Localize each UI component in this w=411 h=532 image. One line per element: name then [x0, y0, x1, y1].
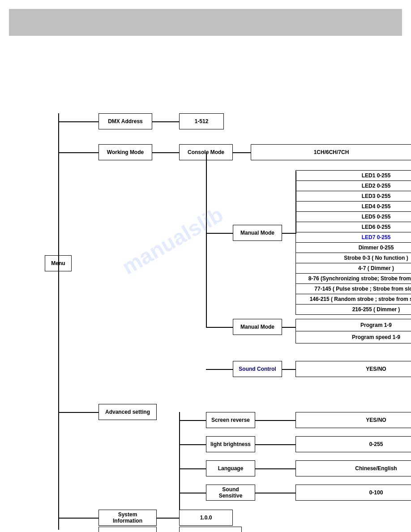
light-brightness-box: light brightness — [206, 436, 255, 452]
led1: LED1 0-255 — [296, 171, 411, 181]
program-value2: Program speed 1-9 — [296, 331, 411, 343]
strobe6: 216-255 ( Dimmer ) — [296, 305, 411, 314]
working-mode-box: Working Mode — [98, 144, 152, 160]
led6: LED6 0-255 — [296, 222, 411, 232]
program-value1: Program 1-9 — [296, 319, 411, 331]
strobe2: 4-7 ( Dimmer ) — [296, 263, 411, 274]
dmx-address-box: DMX Address — [98, 113, 152, 129]
strobe5: 146-215 ( Random strobe ; strobe from sl… — [296, 294, 411, 305]
language-box: Language — [206, 460, 255, 476]
language-value: Chinese/English — [295, 460, 411, 476]
sound-sensitive-box: Sound Sensitive — [206, 485, 255, 501]
screen-reverse-value: YES/NO — [295, 412, 411, 428]
light-brightness-value: 0-255 — [295, 436, 411, 452]
strobe4: 77-145 ( Pulse strobe ; Strobe from slow… — [296, 284, 411, 294]
led2: LED2 0-255 — [296, 181, 411, 191]
led-strobe-block: LED1 0-255 LED2 0-255 LED3 0-255 LED4 0-… — [295, 170, 411, 315]
strobe1: Strobe 0-3 ( No function ) — [296, 253, 411, 263]
manual-mode-box: Manual Mode — [233, 225, 282, 241]
sound-sensitive-value: 0-100 — [295, 485, 411, 501]
screen-reverse-box: Screen reverse — [206, 412, 255, 428]
system-info-box: System Information — [98, 510, 157, 526]
watermark: manualslib — [118, 202, 227, 279]
console-mode-value: 1CH/6CH/7CH — [251, 144, 411, 160]
auto-mode-box: Manual Mode — [233, 319, 282, 335]
led3: LED3 0-255 — [296, 191, 411, 202]
auto-mode-value: Program 1-9 Program speed 1-9 — [295, 319, 411, 343]
operation-mode-value: Console/Auto/Sound — [179, 527, 242, 532]
dmx-address-value: 1-512 — [179, 113, 224, 129]
system-info-value: 1.0.0 — [179, 510, 233, 526]
led7: LED7 0-255 — [296, 232, 411, 243]
operation-mode-box: Operation Mode — [98, 527, 157, 532]
led5: LED5 0-255 — [296, 212, 411, 222]
sound-control-box: Sound Control — [233, 361, 282, 377]
diagram-container: manualslib Menu DMX Address 1-512 Workin… — [27, 49, 384, 532]
header-bar — [9, 9, 402, 36]
strobe3: 8-76 (Synchronizing strobe; Strobe from … — [296, 274, 411, 284]
led4: LED4 0-255 — [296, 202, 411, 212]
dimmer: Dimmer 0-255 — [296, 243, 411, 253]
sound-control-value: YES/NO — [295, 361, 411, 377]
advanced-setting-box: Advanced setting — [98, 404, 157, 420]
